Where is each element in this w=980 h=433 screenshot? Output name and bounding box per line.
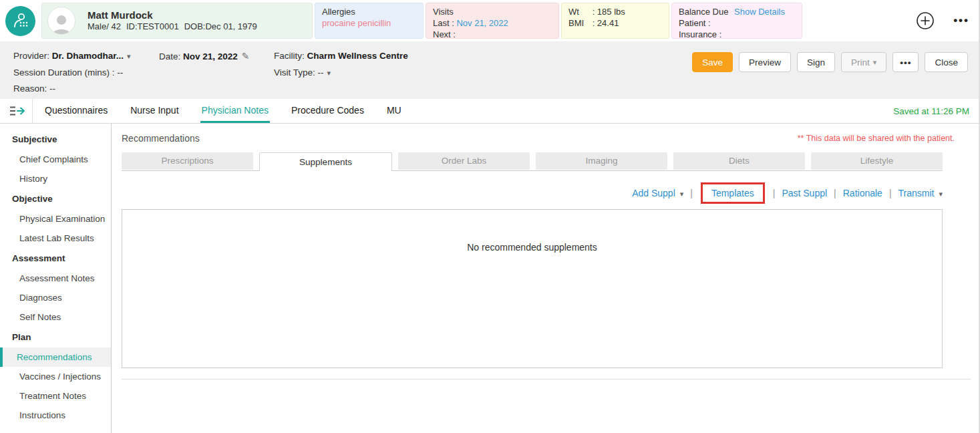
patient-avatar: [47, 7, 75, 35]
balance-box: Balance Due Show Details Patient : Insur…: [671, 3, 802, 39]
patient-header-bar: Matt Murdock Male/ 42 ID:TEST0001 DOB:De…: [0, 0, 979, 41]
patient-apps-icon[interactable]: [5, 6, 35, 36]
provider-value[interactable]: Dr. Dhamodhar...: [52, 51, 124, 61]
subtab-prescriptions[interactable]: Prescriptions: [122, 152, 253, 170]
supplement-actions-row: Add Suppl▾ | Templates | Past Suppl | Ra…: [122, 182, 943, 204]
patient-name: Matt Murdock: [88, 9, 257, 22]
add-suppl-link[interactable]: Add Suppl▾: [632, 188, 683, 198]
sidebar-item-latest-lab-results[interactable]: Latest Lab Results: [0, 229, 111, 248]
preview-button[interactable]: Preview: [739, 52, 791, 72]
allergies-title: Allergies: [322, 7, 416, 18]
edit-date-pencil-icon[interactable]: ✎: [242, 51, 250, 61]
sidebar-item-treatment-notes[interactable]: Treatment Notes: [0, 386, 111, 406]
sidebar-item-chief-complaints[interactable]: Chief Complaints: [0, 150, 111, 169]
show-details-link[interactable]: Show Details: [734, 7, 785, 17]
person-grid-icon: [12, 12, 29, 29]
sidebar-item-instructions[interactable]: Instructions: [0, 406, 111, 425]
sign-button[interactable]: Sign: [797, 52, 835, 72]
weight-label: Wt: [568, 7, 590, 18]
rationale-link[interactable]: Rationale: [843, 188, 882, 198]
sidebar-section-objective: Objective: [0, 188, 111, 209]
reason-label: Reason:: [13, 84, 47, 94]
transmit-chevron-down-icon[interactable]: ▾: [939, 190, 943, 198]
sidebar-item-recommendations[interactable]: Recommendations: [0, 347, 111, 367]
tab-physician-notes[interactable]: Physician Notes: [200, 99, 270, 123]
visits-title: Visits: [433, 7, 552, 18]
date-value: Nov 21, 2022: [183, 51, 238, 61]
allergies-box: Allergies procaine penicillin: [315, 3, 424, 39]
patient-dob: DOB:Dec 01, 1979: [184, 21, 257, 32]
visit-type-chevron-down-icon[interactable]: ▾: [327, 69, 331, 77]
separator: |: [773, 188, 776, 198]
transmit-label: Transmit: [899, 188, 935, 198]
subtab-diets[interactable]: Diets: [673, 152, 805, 170]
print-chevron-down-icon: ▾: [873, 58, 877, 67]
subtab-lifestyle[interactable]: Lifestyle: [811, 152, 943, 170]
provider-label: Provider:: [13, 51, 49, 61]
facility-value: Charm Wellness Centre: [307, 51, 408, 61]
patient-share-note: ** This data will be shared with the pat…: [798, 134, 955, 143]
subtab-supplements[interactable]: Supplements: [259, 152, 392, 171]
bmi-value: : 24.41: [593, 18, 619, 28]
sidebar-item-vaccines-injections[interactable]: Vaccines / Injections: [0, 367, 111, 386]
add-suppl-chevron-down-icon[interactable]: ▾: [680, 190, 684, 198]
sidebar-item-assessment-notes[interactable]: Assessment Notes: [0, 269, 111, 288]
close-button[interactable]: Close: [925, 52, 968, 72]
section-title: Recommendations: [122, 133, 200, 144]
soap-sidebar: Subjective Chief Complaints History Obje…: [0, 124, 112, 433]
recommendation-subtabs: Prescriptions Supplements Order Labs Ima…: [122, 152, 943, 171]
reason-value: --: [49, 84, 55, 94]
facility-label: Facility:: [274, 51, 305, 61]
visits-last-label: Last :: [433, 18, 454, 28]
sidebar-section-subjective: Subjective: [0, 129, 111, 150]
transmit-link[interactable]: Transmit▾: [899, 188, 943, 198]
sidebar-item-physical-examination[interactable]: Physical Examination: [0, 209, 111, 229]
add-button[interactable]: [916, 11, 935, 30]
sidebar-item-self-notes[interactable]: Self Notes: [0, 307, 111, 327]
subtab-order-labs[interactable]: Order Labs: [398, 152, 530, 170]
visits-box: Visits Last : Nov 21, 2022 Next :: [426, 3, 559, 39]
visits-last-date[interactable]: Nov 21, 2022: [456, 18, 508, 28]
session-duration-value: --: [117, 67, 123, 78]
saved-status: Saved at 11:26 PM: [893, 99, 979, 123]
header-more-button[interactable]: •••: [953, 14, 969, 27]
patient-demographics: Male/ 42: [88, 21, 121, 32]
separator: |: [834, 188, 836, 198]
date-label: Date:: [159, 51, 180, 61]
allergies-value[interactable]: procaine penicillin: [322, 18, 416, 29]
print-button[interactable]: Print▾: [841, 52, 886, 72]
tab-procedure-codes[interactable]: Procedure Codes: [290, 99, 365, 123]
vitals-box: Wt : 185 lbs BMI : 24.41: [561, 3, 669, 39]
provider-chevron-down-icon[interactable]: ▾: [127, 52, 131, 60]
bmi-label: BMI: [568, 18, 590, 29]
separator: |: [690, 188, 693, 198]
balance-title: Balance Due: [679, 7, 728, 17]
patient-card[interactable]: Matt Murdock Male/ 42 ID:TEST0001 DOB:De…: [41, 3, 313, 39]
templates-link[interactable]: Templates: [711, 188, 754, 198]
weight-value: : 185 lbs: [593, 7, 625, 17]
print-button-label: Print: [851, 57, 870, 67]
save-button[interactable]: Save: [692, 52, 733, 72]
subtab-imaging[interactable]: Imaging: [536, 152, 667, 170]
encounter-more-button[interactable]: •••: [892, 52, 919, 72]
section-divider: [122, 379, 971, 380]
visit-type-label: Visit Type:: [274, 67, 315, 78]
recommendations-panel: Recommendations ** This data will be sha…: [112, 124, 979, 433]
session-duration-label: Session Duration (mins) :: [13, 67, 115, 78]
sidebar-item-history[interactable]: History: [0, 169, 111, 188]
patient-id: ID:TEST0001: [126, 21, 179, 32]
supplements-list-panel: No recommended supplements: [122, 209, 943, 368]
empty-state-message: No recommended supplements: [122, 210, 942, 253]
templates-highlight-box: Templates: [701, 182, 765, 204]
tab-questionnaires[interactable]: Questionnaires: [43, 99, 109, 123]
collapse-sidebar-toggle[interactable]: [8, 99, 33, 123]
visit-type-value[interactable]: --: [318, 67, 324, 78]
note-tabs-bar: Questionnaires Nurse Input Physician Not…: [0, 99, 979, 124]
plus-circle-icon: [916, 11, 935, 30]
add-suppl-label: Add Suppl: [632, 188, 675, 198]
tab-mu[interactable]: MU: [385, 99, 403, 123]
past-suppl-link[interactable]: Past Suppl: [782, 188, 827, 198]
sidebar-item-diagnoses[interactable]: Diagnoses: [0, 288, 111, 307]
visits-next-label: Next :: [433, 29, 552, 41]
tab-nurse-input[interactable]: Nurse Input: [129, 99, 180, 123]
